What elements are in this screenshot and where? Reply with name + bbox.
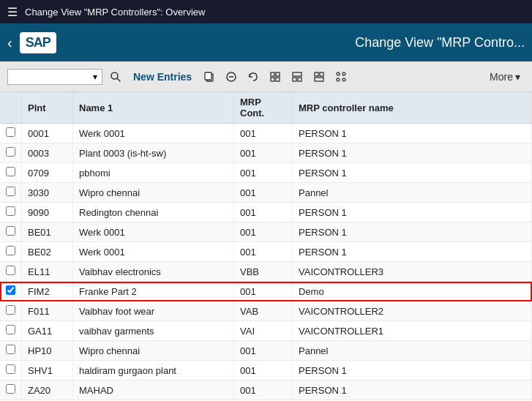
chevron-down-icon: ▾	[93, 72, 97, 82]
row-checkbox-cell	[0, 203, 22, 222]
row-checkbox[interactable]	[6, 246, 15, 255]
row-checkbox-cell	[0, 282, 22, 301]
svg-rect-14	[320, 72, 323, 76]
table-row[interactable]: HP10Wipro chennai001Pannel	[0, 341, 532, 361]
cell-plnt: EL11	[22, 262, 73, 282]
col-header-name1: Name 1	[73, 92, 234, 124]
cell-plnt: 0709	[22, 163, 73, 183]
hamburger-icon[interactable]: ☰	[7, 5, 18, 19]
svg-point-16	[337, 72, 340, 75]
row-checkbox-cell	[0, 143, 22, 163]
table-row[interactable]: 0003Plant 0003 (is-ht-sw)001PERSON 1	[0, 143, 532, 163]
window-title: Change View "MRP Controllers": Overview	[25, 7, 205, 18]
row-checkbox-cell	[0, 222, 22, 242]
table-row[interactable]: 3030Wipro chennai001Pannel	[0, 183, 532, 203]
cell-mrp-cont: 001	[234, 163, 293, 183]
svg-rect-10	[293, 72, 301, 76]
table-row[interactable]: 0001Werk 0001001PERSON 1	[0, 124, 532, 143]
cell-mrp-name: VAICONTROLLER2	[293, 301, 532, 321]
cell-mrp-name: PERSON 1	[293, 143, 532, 163]
row-checkbox[interactable]	[6, 325, 15, 334]
cell-mrp-cont: 001	[234, 381, 293, 400]
svg-line-1	[117, 78, 120, 81]
row-checkbox[interactable]	[6, 206, 15, 216]
row-checkbox[interactable]	[6, 364, 15, 374]
undo-button[interactable]	[244, 70, 262, 84]
svg-rect-15	[315, 78, 323, 81]
cell-mrp-cont: 001	[234, 341, 293, 361]
svg-rect-6	[271, 72, 274, 76]
table-row[interactable]: GA11vaibhav garmentsVAIVAICONTROLLER1	[0, 321, 532, 341]
row-checkbox[interactable]	[6, 226, 15, 236]
cell-mrp-cont: VBB	[234, 262, 293, 282]
grid4-button[interactable]	[332, 70, 350, 84]
cell-name1: MAHAD	[73, 381, 234, 400]
col-header-mrp-cont: MRP Cont.	[234, 92, 293, 124]
cell-mrp-name: Pannel	[293, 183, 532, 203]
row-checkbox[interactable]	[6, 305, 15, 315]
row-checkbox[interactable]	[6, 167, 15, 176]
header-title: Change View "MRP Contro...	[355, 35, 525, 50]
title-bar: ☰ Change View "MRP Controllers": Overvie…	[0, 0, 532, 23]
cell-mrp-name: PERSON 1	[293, 381, 532, 400]
cell-name1: haldiram gurgaon plant	[73, 361, 234, 381]
table-row[interactable]: 9090Redington chennai001PERSON 1	[0, 203, 532, 222]
row-checkbox-cell	[0, 262, 22, 282]
svg-rect-11	[293, 78, 296, 81]
table-row[interactable]: 0709pbhomi001PERSON 1	[0, 163, 532, 183]
row-checkbox[interactable]	[6, 147, 15, 157]
back-button[interactable]: ‹	[7, 34, 12, 51]
row-checkbox[interactable]	[6, 384, 15, 394]
row-checkbox-cell	[0, 321, 22, 341]
cell-mrp-cont: VAI	[234, 321, 293, 341]
cell-plnt: 0001	[22, 124, 73, 143]
cell-plnt: 9090	[22, 203, 73, 222]
table-header-row: Plnt Name 1 MRP Cont. MRP controller nam…	[0, 92, 532, 124]
cell-name1: Werk 0001	[73, 242, 234, 262]
cell-name1: Plant 0003 (is-ht-sw)	[73, 143, 234, 163]
row-checkbox-cell	[0, 242, 22, 262]
grid3-button[interactable]	[310, 70, 328, 84]
cell-mrp-name: Demo	[293, 282, 532, 301]
cell-mrp-cont: VAB	[234, 301, 293, 321]
cell-plnt: FIM2	[22, 282, 73, 301]
table-row[interactable]: EL11Vaibhav electronicsVBBVAICONTROLLER3	[0, 262, 532, 282]
cell-plnt: 0003	[22, 143, 73, 163]
table-row[interactable]: BE02Werk 0001001PERSON 1	[0, 242, 532, 262]
row-checkbox[interactable]	[6, 187, 15, 196]
new-entries-button[interactable]: New Entries	[129, 70, 196, 84]
row-checkbox-cell	[0, 341, 22, 361]
row-checkbox[interactable]	[6, 127, 15, 137]
table-row[interactable]: F011Vaibhav foot wearVABVAICONTROLLER2	[0, 301, 532, 321]
table-row[interactable]: BE01Werk 0001001PERSON 1	[0, 222, 532, 242]
cell-plnt: HP10	[22, 341, 73, 361]
svg-point-17	[342, 72, 345, 75]
cell-plnt: GA11	[22, 321, 73, 341]
table-row[interactable]: SHV1haldiram gurgaon plant001PERSON 1	[0, 361, 532, 381]
cell-mrp-name: PERSON 1	[293, 163, 532, 183]
select-dropdown[interactable]: ▾	[7, 69, 102, 85]
delete-button[interactable]	[222, 70, 240, 84]
row-checkbox-cell	[0, 381, 22, 400]
cell-name1: Franke Part 2	[73, 282, 234, 301]
grid2-button[interactable]	[288, 70, 306, 84]
table-row[interactable]: ZA20MAHAD001PERSON 1	[0, 381, 532, 400]
cell-mrp-cont: 001	[234, 183, 293, 203]
svg-point-18	[337, 78, 340, 81]
cell-name1: Wipro chennai	[73, 341, 234, 361]
col-header-mrp-name: MRP controller name	[293, 92, 532, 124]
row-checkbox[interactable]	[6, 285, 15, 295]
row-checkbox-cell	[0, 124, 22, 143]
more-button[interactable]: More ▾	[485, 70, 525, 84]
more-chevron-icon: ▾	[515, 71, 520, 83]
grid1-button[interactable]	[266, 70, 284, 84]
copy-button[interactable]	[201, 70, 218, 84]
table-row[interactable]: FIM2Franke Part 2001Demo	[0, 282, 532, 301]
cell-name1: Werk 0001	[73, 124, 234, 143]
cell-mrp-name: PERSON 1	[293, 361, 532, 381]
toolbar: ▾ New Entries	[0, 61, 532, 92]
row-checkbox[interactable]	[6, 345, 15, 354]
row-checkbox[interactable]	[6, 266, 15, 275]
magnifier-button[interactable]	[107, 70, 124, 84]
cell-mrp-cont: 001	[234, 282, 293, 301]
